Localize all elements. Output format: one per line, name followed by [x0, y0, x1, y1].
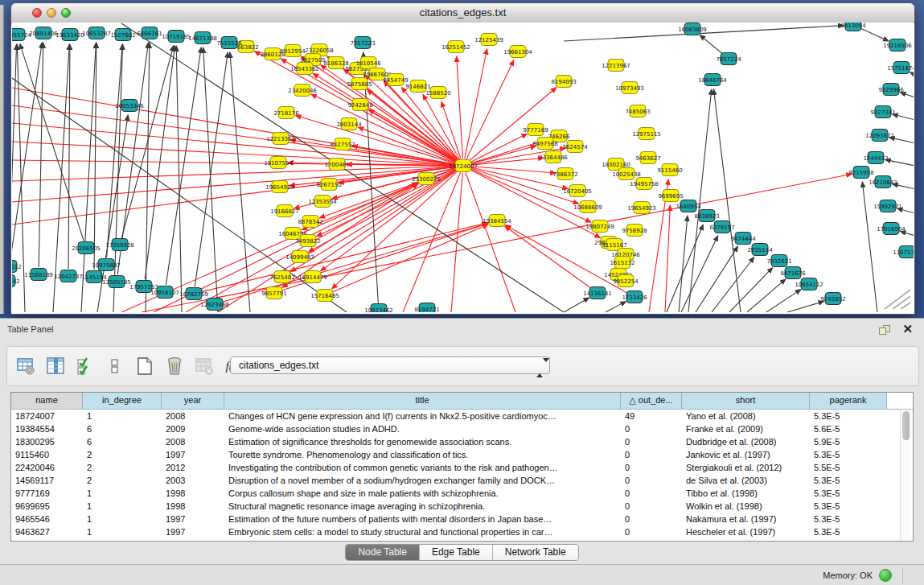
table-cell[interactable]: Corpus callosum shape and size in male p… [224, 487, 621, 500]
graph-node[interactable]: 19661304 [503, 46, 532, 58]
table-row[interactable]: 969969511998Structural magnetic resonanc… [11, 500, 913, 513]
table-cell[interactable]: 0 [621, 525, 682, 538]
table-cell[interactable]: Investigating the contribution of common… [224, 461, 621, 474]
graph-node[interactable]: 2803144 [336, 118, 362, 130]
table-cell[interactable]: Changes of HCN gene expression and I(f) … [224, 410, 621, 422]
node-table-body[interactable]: 1872400712008Changes of HCN gene express… [11, 410, 913, 538]
citation-edge-red[interactable] [665, 205, 670, 312]
column-header-in-degree[interactable]: in_degree [83, 393, 162, 409]
graph-node[interactable]: 23364486 [539, 151, 568, 163]
citation-edge-red[interactable] [12, 88, 456, 164]
graph-node[interactable]: 2718176 [273, 107, 299, 119]
citation-edge-black[interactable] [700, 35, 723, 55]
citation-edge-black[interactable] [606, 302, 626, 312]
table-cell[interactable]: 14569117 [11, 474, 83, 487]
table-cell[interactable]: 1 [83, 410, 162, 422]
table-cell[interactable]: Hescheler et al. (1997) [682, 525, 810, 538]
graph-node[interactable]: 19166827 [270, 205, 299, 217]
graph-node[interactable]: 7485063 [625, 105, 650, 117]
graph-node[interactable]: 14671388 [188, 32, 217, 44]
table-cell[interactable]: 1998 [162, 487, 224, 500]
graph-node[interactable]: 9227341 [870, 106, 895, 118]
graph-node[interactable]: 7857224 [716, 53, 741, 65]
graph-node[interactable]: 1244413 [863, 152, 888, 164]
citation-edge-red[interactable] [12, 160, 456, 166]
citation-edge-red[interactable] [12, 105, 456, 165]
memory-status-indicator-icon[interactable] [879, 569, 892, 582]
graph-node[interactable]: 10688609 [573, 201, 602, 213]
table-cell[interactable]: Structural magnetic resonance image aver… [224, 500, 621, 513]
table-cell[interactable]: 1 [83, 525, 162, 538]
citation-edge-red[interactable] [12, 166, 456, 181]
table-cell[interactable]: 5.3E-5 [810, 500, 887, 513]
graph-node[interactable]: 12042737 [54, 270, 83, 282]
table-cell[interactable]: 5.3E-5 [810, 474, 887, 487]
table-cell[interactable]: 5.3E-5 [810, 410, 887, 422]
table-row[interactable]: 1938455462009Genome-wide association stu… [11, 422, 913, 435]
citation-edge-black[interactable] [39, 43, 43, 267]
table-mode-icon[interactable] [15, 356, 36, 377]
table-cell[interactable]: 2012 [162, 461, 224, 474]
citation-edge-black[interactable] [203, 47, 218, 312]
citation-edge-black[interactable] [146, 43, 150, 312]
citation-edge-red[interactable] [403, 172, 461, 312]
table-row[interactable]: 946362711997Embryonic stem cells: a mode… [11, 525, 913, 538]
table-cell[interactable]: Franke et al. (2009) [682, 422, 810, 435]
citation-edge-black[interactable] [681, 236, 718, 312]
citation-edge-black[interactable] [900, 93, 914, 97]
resize-grip-icon[interactable] [878, 285, 910, 309]
table-cell[interactable]: Embryonic stem cells: a model to study s… [224, 525, 621, 538]
table-cell[interactable]: Stergiakouli et al. (2012) [682, 461, 810, 474]
graph-node[interactable]: 9329966 [878, 84, 904, 96]
graph-node[interactable]: 16720405 [563, 185, 592, 197]
table-cell[interactable]: Tourette syndrome. Phenomenology and cla… [224, 448, 621, 461]
table-cell[interactable]: 18724007 [11, 410, 83, 422]
table-cell[interactable]: 5.3E-5 [810, 513, 887, 525]
graph-node[interactable]: 9115460 [657, 164, 682, 176]
table-cell[interactable]: 9699695 [11, 500, 83, 513]
tab-node-table[interactable]: Node Table [346, 545, 419, 560]
graph-node[interactable]: 17359928 [105, 239, 134, 251]
graph-node[interactable]: 3624574 [562, 141, 588, 153]
graph-node[interactable]: 12093872 [865, 130, 894, 142]
graph-node[interactable]: 10973493 [615, 82, 644, 94]
citation-edge-black[interactable] [195, 52, 228, 286]
citation-edge-red[interactable] [295, 115, 456, 163]
table-cell[interactable]: 0 [621, 448, 682, 461]
graph-node[interactable]: 19654923 [627, 202, 656, 214]
table-cell[interactable]: 9115460 [11, 448, 83, 461]
citation-edge-black[interactable] [68, 44, 70, 269]
table-row[interactable]: 1456911722003Disruption of a novel membe… [11, 474, 913, 487]
select-all-columns-icon[interactable] [75, 356, 96, 377]
table-cell[interactable]: 0 [621, 435, 682, 448]
graph-node[interactable]: 3915942 [12, 275, 20, 287]
network-canvas[interactable]: 1872400776638229860128891295423226058982… [12, 23, 914, 312]
table-cell[interactable]: Dudbridge et al. (2008) [682, 435, 810, 448]
table-select-combo[interactable]: citations_edges.txt [230, 356, 550, 374]
citation-edge-red[interactable] [331, 225, 488, 293]
citation-edge-black[interactable] [862, 182, 877, 312]
citation-edge-red[interactable] [470, 158, 544, 165]
citation-edge-black[interactable] [885, 159, 914, 166]
table-row[interactable]: 911546021997Tourette syndrome. Phenomeno… [11, 448, 913, 461]
table-cell[interactable]: 2 [83, 461, 162, 474]
node-table[interactable]: namein_degreeyeartitle△ out_de...shortpa… [10, 392, 914, 542]
graph-node[interactable]: 14136141 [583, 287, 612, 299]
table-cell[interactable]: 1997 [162, 513, 224, 525]
table-row[interactable]: 1872400712008Changes of HCN gene express… [11, 410, 913, 422]
table-cell[interactable]: 6 [83, 422, 162, 435]
table-cell[interactable]: 0 [621, 461, 682, 474]
graph-node[interactable]: 9474444 [730, 233, 756, 245]
table-cell[interactable]: 0 [621, 487, 682, 500]
citation-edge-black[interactable] [712, 257, 754, 312]
graph-node[interactable]: 8813054 [840, 23, 866, 31]
table-cell[interactable]: Estimation of the future numbers of pati… [224, 513, 621, 525]
table-cell[interactable]: 0 [621, 513, 682, 525]
graph-node[interactable]: 23420046 [288, 84, 317, 97]
citation-edge-black[interactable] [713, 89, 741, 312]
table-cell[interactable]: 0 [621, 500, 682, 513]
scrollbar-thumb[interactable] [902, 411, 910, 440]
delete-column-icon[interactable] [164, 356, 185, 377]
graph-node[interactable]: 16251452 [441, 41, 470, 53]
graph-node[interactable]: 16648764 [698, 74, 727, 86]
